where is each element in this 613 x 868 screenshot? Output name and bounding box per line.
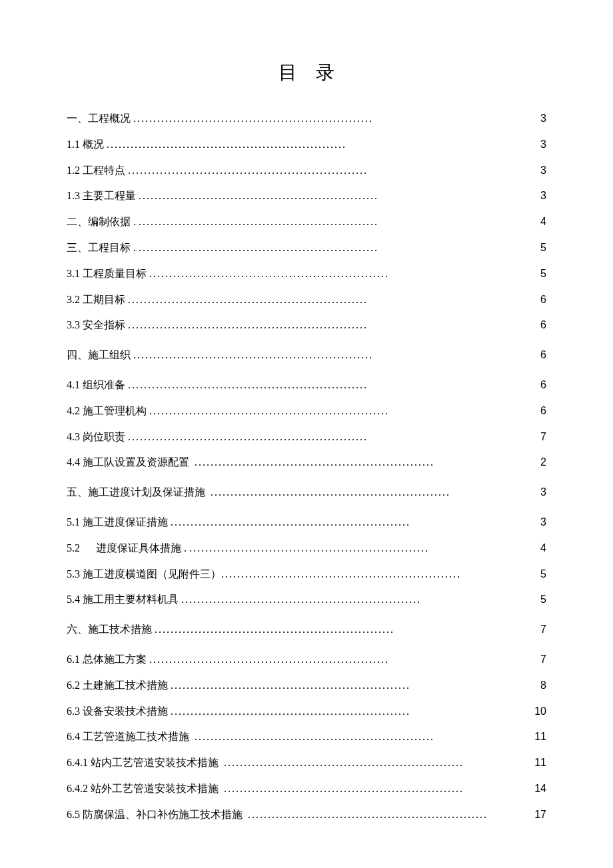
toc-leader-dots: ........................................… [224, 756, 464, 770]
toc-entry: 五、施工进度计划及保证措施 ..........................… [67, 486, 546, 500]
toc-page-number: 5 [526, 241, 546, 255]
toc-entry-label: 6.2 土建施工技术措施 [67, 679, 171, 693]
toc-leader-dots: ........................................… [224, 782, 464, 796]
toc-page-number: 11 [526, 756, 546, 770]
toc-leader-dots: ........................................… [155, 623, 394, 637]
toc-entry: 1.2 工程特点 ...............................… [67, 164, 546, 178]
toc-entry-label: 3.1 工程质量目标 [67, 267, 149, 281]
toc-leader-dots: ........................................… [171, 516, 410, 530]
toc-page-number: 10 [526, 705, 546, 719]
toc-leader-dots: ........................................… [149, 653, 389, 667]
toc-entry-label: 五、施工进度计划及保证措施 [67, 486, 211, 500]
toc-entry: 5.4 施工用主要材料机具 ..........................… [67, 593, 546, 607]
toc-leader-dots: ........................................… [181, 593, 421, 607]
toc-entry-label: 三、工程目标 . [67, 241, 139, 255]
toc-page-number: 6 [526, 378, 546, 392]
toc-entry-label: 一、工程概况 [67, 112, 133, 126]
toc-list: 一、工程概况 .................................… [67, 112, 546, 822]
toc-entry-label: 1.2 工程特点 [67, 164, 128, 178]
toc-leader-dots: ........................................… [149, 404, 389, 418]
toc-leader-dots: ........................................… [139, 215, 378, 229]
toc-entry-label: 3.2 工期目标 [67, 293, 128, 307]
toc-page-number: 7 [526, 430, 546, 444]
toc-entry-label: 6.4 工艺管道施工技术措施 [67, 730, 195, 744]
toc-page-number: 7 [526, 623, 546, 637]
toc-entry-label: 5.2 进度保证具体措施 . [67, 542, 189, 556]
toc-leader-dots: ........................................… [248, 808, 488, 822]
toc-entry: 5.3 施工进度横道图（见附件三）.......................… [67, 568, 546, 582]
toc-page-number: 6 [526, 293, 546, 307]
toc-entry: 4.4 施工队设置及资源配置 .........................… [67, 456, 546, 470]
toc-page-number: 3 [526, 189, 546, 203]
toc-page-number: 4 [526, 215, 546, 229]
toc-page-number: 2 [526, 456, 546, 470]
toc-page-number: 6 [526, 348, 546, 362]
toc-entry-label: 6.3 设备安装技术措施 [67, 705, 171, 719]
toc-entry: 6.4.2 站外工艺管道安装技术措施 .....................… [67, 782, 546, 796]
toc-entry: 6.3 设备安装技术措施 ...........................… [67, 705, 546, 719]
toc-entry-label: 4.2 施工管理机构 [67, 404, 149, 418]
toc-leader-dots: ........................................… [195, 730, 434, 744]
toc-page-number: 5 [526, 593, 546, 607]
toc-leader-dots: ........................................… [211, 486, 450, 500]
toc-entry: 6.4.1 站内工艺管道安装技术措施 .....................… [67, 756, 546, 770]
toc-page-number: 3 [526, 138, 546, 152]
toc-leader-dots: ........................................… [107, 138, 346, 152]
toc-leader-dots: ........................................… [128, 430, 368, 444]
toc-entry-label: 6.4.1 站内工艺管道安装技术措施 [67, 756, 224, 770]
toc-page-number: 11 [526, 730, 546, 744]
toc-leader-dots: ........................................… [133, 348, 373, 362]
toc-entry: 4.3 岗位职责 ...............................… [67, 430, 546, 444]
footer-marks: . . . [67, 811, 175, 818]
toc-page-number: 5 [526, 267, 546, 281]
toc-leader-dots: ........................................… [128, 318, 368, 332]
toc-page-number: 6 [526, 318, 546, 332]
toc-leader-dots: ........................................… [128, 378, 368, 392]
toc-entry-label: 1.1 概况 [67, 138, 107, 152]
toc-entry: 5.1 施工进度保证措施 ...........................… [67, 516, 546, 530]
toc-entry-label: 二、编制依据 . [67, 215, 139, 229]
toc-page-number: 14 [526, 782, 546, 796]
toc-entry-label: 6.4.2 站外工艺管道安装技术措施 [67, 782, 224, 796]
toc-leader-dots: ........................................… [139, 189, 378, 203]
toc-entry: 3.2 工期目标 ...............................… [67, 293, 546, 307]
toc-leader-dots: ........................................… [171, 705, 410, 719]
toc-entry: 1.3 主要工程量 ..............................… [67, 189, 546, 203]
toc-page-number: 3 [526, 486, 546, 500]
toc-entry: 1.1 概况 .................................… [67, 138, 546, 152]
toc-entry: 3.1 工程质量目标 .............................… [67, 267, 546, 281]
toc-page-number: 5 [526, 568, 546, 582]
toc-entry: 5.2 进度保证具体措施 . .........................… [67, 542, 546, 556]
toc-entry-label: 5.4 施工用主要材料机具 [67, 593, 181, 607]
toc-leader-dots: ........................................… [139, 241, 378, 255]
toc-title: 目录 [67, 60, 546, 85]
toc-entry: 三、工程目标 . ...............................… [67, 241, 546, 255]
toc-entry-label: 6.1 总体施工方案 [67, 653, 149, 667]
toc-leader-dots: ........................................… [133, 112, 373, 126]
toc-leader-dots: ........................................… [128, 164, 368, 178]
toc-entry: 6.4 工艺管道施工技术措施 .........................… [67, 730, 546, 744]
toc-entry: 6.1 总体施工方案 .............................… [67, 653, 546, 667]
toc-entry: 4.1 组织准备 ...............................… [67, 378, 546, 392]
toc-leader-dots: ........................................… [171, 679, 410, 693]
toc-entry-label: 4.3 岗位职责 [67, 430, 128, 444]
toc-entry: 6.2 土建施工技术措施 ...........................… [67, 679, 546, 693]
toc-entry: 3.3 安全指标 ...............................… [67, 318, 546, 332]
toc-entry-label: 四、施工组织 [67, 348, 133, 362]
toc-page-number: 4 [526, 542, 546, 556]
toc-page-number: 3 [526, 164, 546, 178]
toc-page-number: 3 [526, 112, 546, 126]
toc-leader-dots: ........................................… [221, 568, 461, 582]
toc-leader-dots: ........................................… [128, 293, 368, 307]
toc-page-number: 17 [526, 808, 546, 822]
toc-entry-label: 5.3 施工进度横道图（见附件三） [67, 568, 221, 582]
toc-entry: 四、施工组织 .................................… [67, 348, 546, 362]
toc-leader-dots: ........................................… [189, 542, 429, 556]
toc-entry-label: 3.3 安全指标 [67, 318, 128, 332]
toc-page-number: 6 [526, 404, 546, 418]
toc-entry: 4.2 施工管理机构 .............................… [67, 404, 546, 418]
toc-leader-dots: ........................................… [195, 456, 434, 470]
toc-page-number: 8 [526, 679, 546, 693]
toc-entry: 二、编制依据 . ...............................… [67, 215, 546, 229]
toc-page-number: 7 [526, 653, 546, 667]
